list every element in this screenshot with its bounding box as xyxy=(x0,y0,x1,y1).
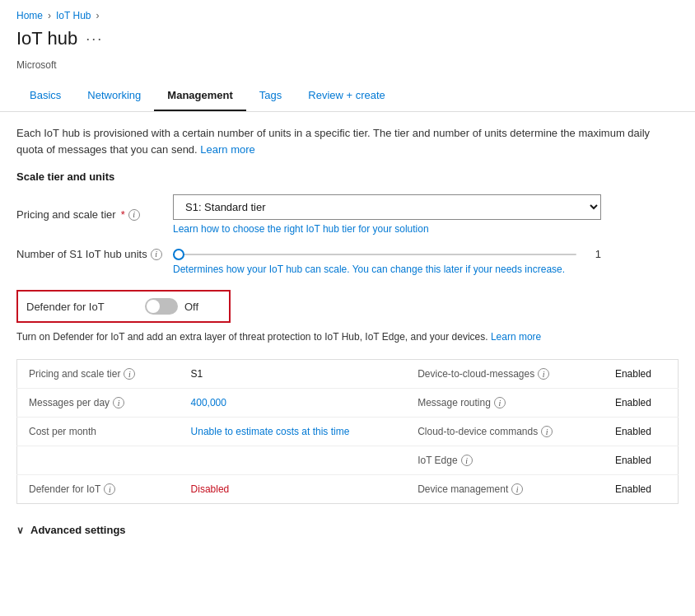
defender-toggle[interactable] xyxy=(145,298,178,315)
breadcrumb-sep1: › xyxy=(48,10,51,21)
sum-routing-info-icon[interactable]: i xyxy=(494,397,506,408)
learn-more-link[interactable]: Learn more xyxy=(200,143,254,156)
sum-label-ctd: Cloud-to-device commands i xyxy=(406,418,604,446)
page-title: IoT hub xyxy=(16,28,77,49)
sum-ctd-info-icon[interactable]: i xyxy=(541,426,553,437)
sum-value-routing: Enabled xyxy=(604,389,679,418)
sum-label-devmgmt: Device management i xyxy=(406,475,604,504)
tab-tags[interactable]: Tags xyxy=(246,81,295,111)
sum-value-pricing: S1 xyxy=(180,360,407,389)
units-info-icon[interactable]: i xyxy=(151,249,162,260)
tier-learn-more-link[interactable]: Learn how to choose the right IoT hub ti… xyxy=(173,223,601,235)
sum-value-devmgmt: Enabled xyxy=(604,475,679,504)
pricing-dropdown-container: S1: Standard tier S2: Standard tier S3: … xyxy=(173,194,601,235)
sum-defender-info-icon[interactable]: i xyxy=(104,483,115,495)
sum-devmgmt-info-icon[interactable]: i xyxy=(511,483,523,495)
sum-label-empty xyxy=(17,446,180,475)
pricing-tier-label: Pricing and scale tier * i xyxy=(16,208,165,221)
sum-label-pricing: Pricing and scale tier i xyxy=(17,360,180,389)
sum-value-cost: Unable to estimate costs at this time xyxy=(180,418,407,446)
breadcrumb-iothub[interactable]: IoT Hub xyxy=(56,10,91,21)
advanced-settings-toggle[interactable]: ∨ Advanced settings xyxy=(16,517,679,543)
sum-label-cost: Cost per month xyxy=(17,418,180,446)
defender-row: Defender for IoT Off xyxy=(16,290,231,323)
tab-networking[interactable]: Networking xyxy=(74,81,154,111)
description-text: Each IoT hub is provisioned with a certa… xyxy=(16,125,679,157)
summary-row-2: Messages per day i 400,000 Message routi… xyxy=(17,389,679,418)
sum-label-defender: Defender for IoT i xyxy=(17,475,180,504)
sum-iotedge-info-icon[interactable]: i xyxy=(461,455,473,466)
toggle-knob xyxy=(147,300,160,313)
sum-value-dtc: Enabled xyxy=(604,360,679,389)
defender-help-text: Turn on Defender for IoT and add an extr… xyxy=(16,329,679,344)
sum-value-empty xyxy=(180,446,407,475)
slider-thumb xyxy=(173,249,184,260)
sum-label-iotedge: IoT Edge i xyxy=(406,446,604,475)
summary-row-4: IoT Edge i Enabled xyxy=(17,446,679,475)
chevron-down-icon: ∨ xyxy=(16,525,24,536)
tab-review-create[interactable]: Review + create xyxy=(295,81,399,111)
sum-dtc-info-icon[interactable]: i xyxy=(538,368,549,380)
toggle-container: Off xyxy=(145,298,198,315)
advanced-settings-label: Advanced settings xyxy=(30,524,126,536)
sum-pricing-info-icon[interactable]: i xyxy=(124,368,135,380)
breadcrumb-sep2: › xyxy=(96,10,99,21)
page-menu-dots[interactable]: ··· xyxy=(86,30,103,48)
scale-section-title: Scale tier and units xyxy=(16,170,679,183)
sum-value-iotedge: Enabled xyxy=(604,446,679,475)
slider-container: 1 xyxy=(173,248,601,260)
breadcrumb: Home › IoT Hub › xyxy=(0,0,695,25)
sum-value-messages: 400,000 xyxy=(180,389,407,418)
pricing-info-icon[interactable]: i xyxy=(128,209,140,221)
sum-messages-info-icon[interactable]: i xyxy=(113,397,124,408)
summary-row-5: Defender for IoT i Disabled Device manag… xyxy=(17,475,679,504)
toggle-state-text: Off xyxy=(184,301,198,313)
tab-basics[interactable]: Basics xyxy=(16,81,74,111)
summary-row-1: Pricing and scale tier i S1 Device-to-cl… xyxy=(17,360,679,389)
tab-management[interactable]: Management xyxy=(154,81,245,111)
slider-help-text: Determines how your IoT hub can scale. Y… xyxy=(16,264,679,275)
required-indicator: * xyxy=(121,208,125,221)
defender-learn-more-link[interactable]: Learn more xyxy=(491,331,541,343)
pricing-tier-select[interactable]: S1: Standard tier S2: Standard tier S3: … xyxy=(173,194,601,220)
sum-value-ctd: Enabled xyxy=(604,418,679,446)
pricing-tier-row: Pricing and scale tier * i S1: Standard … xyxy=(16,194,679,235)
page-header: IoT hub ··· xyxy=(0,25,695,59)
units-label: Number of S1 IoT hub units i xyxy=(16,248,165,260)
summary-row-3: Cost per month Unable to estimate costs … xyxy=(17,418,679,446)
units-slider[interactable] xyxy=(173,254,576,255)
page-subtitle: Microsoft xyxy=(0,59,695,81)
sum-label-messages: Messages per day i xyxy=(17,389,180,418)
tabs: Basics Networking Management Tags Review… xyxy=(0,81,695,112)
slider-value: 1 xyxy=(585,248,601,260)
defender-label: Defender for IoT xyxy=(26,301,133,313)
sum-value-defender: Disabled xyxy=(180,475,407,504)
content-area: Each IoT hub is provisioned with a certa… xyxy=(0,125,695,543)
breadcrumb-home[interactable]: Home xyxy=(16,10,43,21)
summary-table: Pricing and scale tier i S1 Device-to-cl… xyxy=(16,359,679,504)
units-slider-row: Number of S1 IoT hub units i 1 xyxy=(16,248,679,260)
sum-label-dtc: Device-to-cloud-messages i xyxy=(406,360,604,389)
sum-label-routing: Message routing i xyxy=(406,389,604,418)
